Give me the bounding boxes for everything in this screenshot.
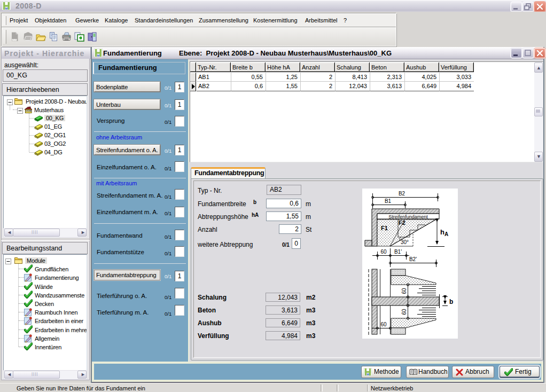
svg-text:60: 60 (380, 249, 387, 255)
svg-text:B2': B2' (409, 256, 417, 262)
svg-text:60: 60 (401, 288, 407, 294)
svg-text:B2: B2 (399, 191, 405, 197)
svg-text:Streifenfundament: Streifenfundament (388, 214, 428, 219)
svg-text:F2: F2 (399, 219, 405, 226)
svg-text:F1: F1 (381, 225, 388, 231)
svg-text:B1': B1' (394, 249, 402, 255)
svg-text:60: 60 (401, 309, 407, 315)
svg-text:B1: B1 (385, 198, 392, 204)
svg-text:60: 60 (380, 322, 387, 327)
svg-text:30°: 30° (401, 239, 409, 245)
svg-text:M: M (5, 7, 8, 10)
svg-text:b: b (449, 298, 453, 305)
